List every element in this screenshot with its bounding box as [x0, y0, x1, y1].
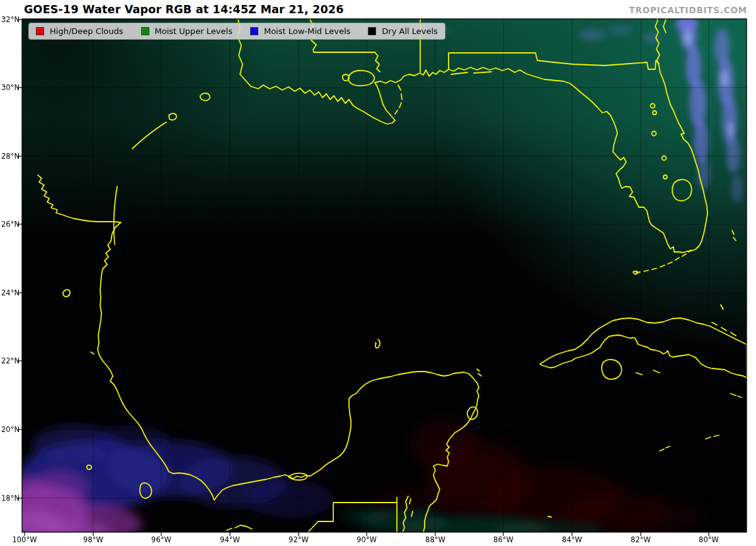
longitude-label: 84°W — [562, 535, 582, 544]
legend-item: High/Deep Clouds — [36, 27, 123, 35]
longitude-label: 82°W — [631, 535, 651, 544]
legend-color-swatch — [250, 27, 258, 35]
legend: High/Deep CloudsMoist Upper LevelsMoist … — [28, 23, 445, 40]
legend-color-swatch — [368, 27, 376, 35]
legend-item: Moist Low-Mid Levels — [250, 27, 350, 35]
legend-item-label: High/Deep Clouds — [50, 27, 123, 35]
figure-title: GOES-19 Water Vapor RGB at 14:45Z Mar 21… — [24, 3, 344, 16]
latitude-label: 18°N — [0, 494, 20, 503]
latitude-label: 22°N — [0, 356, 20, 365]
legend-item: Moist Upper Levels — [141, 27, 232, 35]
longitude-label: 96°W — [151, 535, 171, 544]
longitude-label: 88°W — [425, 535, 445, 544]
latitude-label: 30°N — [0, 83, 20, 92]
latitude-label: 24°N — [0, 288, 20, 297]
longitude-label: 90°W — [357, 535, 377, 544]
latitude-label: 28°N — [0, 152, 20, 161]
goes-satellite-figure: GOES-19 Water Vapor RGB at 14:45Z Mar 21… — [0, 0, 756, 546]
site-watermark: TROPICALTIDBITS.COM — [629, 5, 747, 15]
legend-item-label: Moist Upper Levels — [155, 27, 232, 35]
legend-color-swatch — [141, 27, 149, 35]
latitude-label: 26°N — [0, 220, 20, 229]
legend-color-swatch — [36, 27, 44, 35]
latitude-label: 32°N — [0, 15, 20, 24]
longitude-label: 100°W — [12, 535, 37, 544]
map-canvas — [0, 0, 756, 546]
legend-item-label: Dry All Levels — [382, 27, 438, 35]
legend-item-label: Moist Low-Mid Levels — [264, 27, 350, 35]
longitude-label: 94°W — [220, 535, 240, 544]
longitude-label: 92°W — [289, 535, 309, 544]
longitude-label: 80°W — [699, 535, 719, 544]
map-imagery-layer — [0, 16, 747, 543]
longitude-label: 86°W — [493, 535, 513, 544]
legend-item: Dry All Levels — [368, 27, 438, 35]
longitude-label: 98°W — [83, 535, 103, 544]
latitude-label: 20°N — [0, 425, 20, 434]
